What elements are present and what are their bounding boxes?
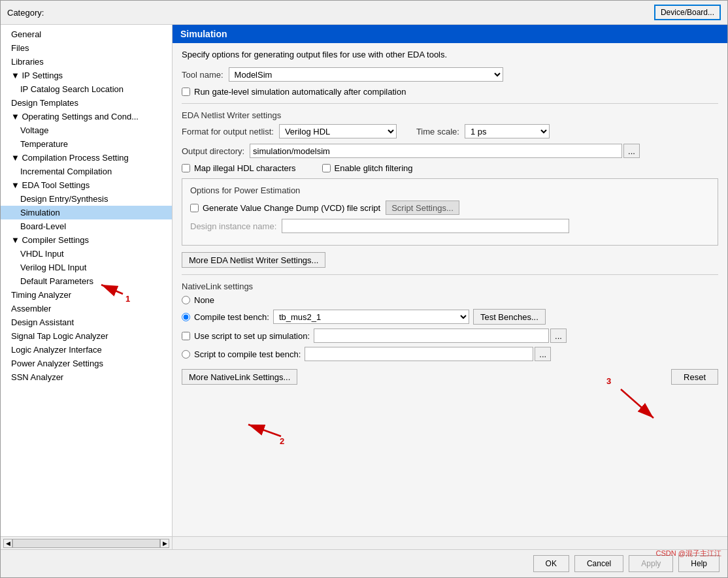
- category-label: Category:: [7, 8, 44, 18]
- enable-glitch-label: Enable glitch filtering: [335, 163, 413, 173]
- timescale-label: Time scale:: [416, 127, 459, 136]
- test-benches-button[interactable]: Test Benches...: [473, 309, 546, 325]
- scroll-track: [12, 539, 160, 548]
- sidebar-item-simulation[interactable]: Simulation: [1, 206, 172, 219]
- scroll-right-btn[interactable]: ▶: [160, 539, 169, 548]
- sidebar-item-assembler[interactable]: Assembler: [1, 302, 172, 315]
- compile-test-bench-label: Compile test bench:: [194, 312, 269, 322]
- sidebar-item-ip-catalog[interactable]: IP Catalog Search Location: [1, 82, 172, 96]
- sidebar: General Files Libraries ▼ IP Settings IP…: [1, 25, 173, 536]
- power-estimation-title: Options for Power Estimation: [190, 185, 710, 195]
- tool-name-select[interactable]: ModelSim ModelSim-Altera VCS VCS MX NC-S…: [229, 67, 503, 82]
- none-label: None: [194, 295, 214, 305]
- enable-glitch-checkbox[interactable]: [322, 164, 331, 172]
- sidebar-item-design-entry[interactable]: Design Entry/Synthesis: [1, 192, 172, 206]
- sidebar-item-vhdl-input[interactable]: VHDL Input: [1, 247, 172, 261]
- tool-name-label: Tool name:: [182, 70, 223, 80]
- right-panel: Simulation Specify options for generatin…: [173, 25, 727, 536]
- description-text: Specify options for generating output fi…: [182, 50, 718, 59]
- output-dir-browse-btn[interactable]: ...: [623, 144, 640, 158]
- panel-header: Simulation: [173, 25, 727, 43]
- design-instance-input[interactable]: [282, 219, 569, 233]
- sidebar-item-general[interactable]: General: [1, 27, 172, 41]
- sidebar-item-files[interactable]: Files: [1, 41, 172, 55]
- output-dir-input[interactable]: [250, 144, 622, 158]
- sidebar-item-compiler-settings[interactable]: ▼ Compiler Settings: [1, 233, 172, 247]
- sidebar-item-signal-tap[interactable]: Signal Tap Logic Analyzer: [1, 329, 172, 343]
- timescale-select[interactable]: 1 ps 10 ps 100 ps 1 ns: [465, 124, 550, 138]
- run-gate-level-checkbox[interactable]: [182, 88, 190, 96]
- sidebar-item-ip-settings[interactable]: ▼ IP Settings: [1, 69, 172, 82]
- device-board-button[interactable]: Device/Board...: [654, 5, 721, 20]
- eda-netlist-section-label: EDA Netlist Writer settings: [182, 110, 718, 120]
- sidebar-item-incremental[interactable]: Incremental Compilation: [1, 165, 172, 178]
- cancel-button[interactable]: Cancel: [574, 555, 623, 572]
- sidebar-item-design-assistant[interactable]: Design Assistant: [1, 315, 172, 329]
- use-script-browse-btn[interactable]: ...: [550, 329, 567, 343]
- sidebar-item-logic-analyzer[interactable]: Logic Analyzer Interface: [1, 343, 172, 357]
- output-dir-label: Output directory:: [182, 146, 244, 156]
- sidebar-item-ssn-analyzer[interactable]: SSN Analyzer: [1, 370, 172, 384]
- sidebar-item-eda-tool-settings[interactable]: ▼ EDA Tool Settings: [1, 178, 172, 192]
- script-compile-input[interactable]: [305, 347, 533, 361]
- help-button[interactable]: Help: [678, 555, 720, 572]
- apply-button[interactable]: Apply: [629, 555, 673, 572]
- sidebar-item-timing-analyzer[interactable]: Timing Analyzer: [1, 288, 172, 302]
- reset-button[interactable]: Reset: [671, 369, 718, 385]
- generate-vcd-checkbox[interactable]: [190, 204, 199, 212]
- script-settings-button[interactable]: Script Settings...: [386, 201, 459, 215]
- panel-body: Specify options for generating output fi…: [173, 43, 727, 536]
- design-instance-label: Design instance name:: [190, 221, 276, 231]
- sidebar-item-design-templates[interactable]: Design Templates: [1, 96, 172, 110]
- script-compile-label: Script to compile test bench:: [194, 349, 301, 359]
- sidebar-item-temperature[interactable]: Temperature: [1, 137, 172, 151]
- map-illegal-checkbox[interactable]: [182, 164, 190, 172]
- format-select[interactable]: Verilog HDL VHDL: [279, 124, 397, 138]
- scroll-left-btn[interactable]: ◀: [3, 539, 12, 548]
- bottom-bar: OK Cancel Apply Help: [1, 549, 727, 577]
- sidebar-item-default-params[interactable]: Default Parameters: [1, 274, 172, 288]
- use-script-input[interactable]: [314, 329, 549, 343]
- map-illegal-label: Map illegal HDL characters: [194, 163, 296, 173]
- nativelink-section-label: NativeLink settings: [182, 281, 718, 291]
- generate-vcd-label: Generate Value Change Dump (VCD) file sc…: [203, 203, 380, 213]
- run-gate-level-label: Run gate-level simulation automatically …: [194, 87, 406, 97]
- compile-test-bench-radio[interactable]: [182, 313, 190, 321]
- sidebar-item-libraries[interactable]: Libraries: [1, 55, 172, 69]
- sidebar-item-power-analyzer[interactable]: Power Analyzer Settings: [1, 357, 172, 370]
- script-compile-radio[interactable]: [182, 350, 190, 359]
- none-radio[interactable]: [182, 296, 190, 304]
- more-eda-btn[interactable]: More EDA Netlist Writer Settings...: [182, 252, 325, 268]
- format-label: Format for output netlist:: [182, 127, 274, 136]
- use-script-checkbox[interactable]: [182, 332, 190, 340]
- sidebar-item-verilog-input[interactable]: Verilog HDL Input: [1, 261, 172, 274]
- ok-button[interactable]: OK: [533, 555, 569, 572]
- sidebar-item-operating-settings[interactable]: ▼ Operating Settings and Cond...: [1, 110, 172, 123]
- sidebar-item-board-level[interactable]: Board-Level: [1, 219, 172, 233]
- use-script-label: Use script to set up simulation:: [194, 331, 310, 341]
- test-bench-select[interactable]: tb_mus2_1 tb_mus2_2: [273, 310, 469, 324]
- script-compile-browse-btn[interactable]: ...: [535, 347, 551, 361]
- more-nativelink-btn[interactable]: More NativeLink Settings...: [182, 369, 297, 385]
- sidebar-item-voltage[interactable]: Voltage: [1, 123, 172, 137]
- sidebar-item-compilation-process[interactable]: ▼ Compilation Process Setting: [1, 151, 172, 165]
